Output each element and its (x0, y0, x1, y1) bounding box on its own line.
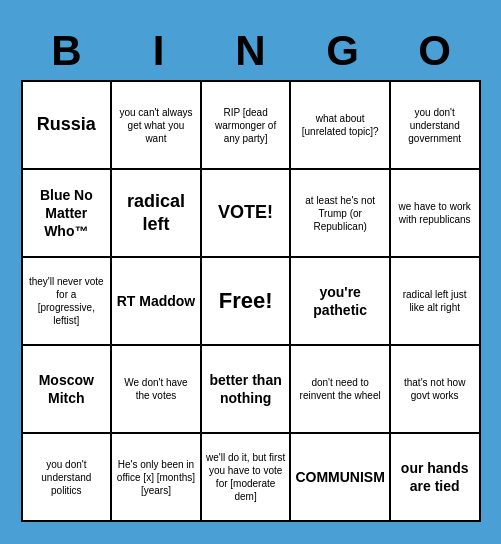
bingo-cell-23[interactable]: COMMUNISM (291, 434, 390, 522)
letter-n: N (205, 22, 297, 80)
letter-g: G (297, 22, 389, 80)
bingo-header: B I N G O (21, 22, 481, 80)
bingo-cell-4[interactable]: you don't understand government (391, 82, 481, 170)
bingo-cell-20[interactable]: you don't understand politics (23, 434, 113, 522)
bingo-cell-9[interactable]: we have to work with republicans (391, 170, 481, 258)
bingo-cell-8[interactable]: at least he's not Trump (or Republican) (291, 170, 390, 258)
letter-b: B (21, 22, 113, 80)
bingo-card: B I N G O Russiayou can't always get wha… (11, 12, 491, 532)
bingo-cell-1[interactable]: you can't always get what you want (112, 82, 202, 170)
bingo-cell-22[interactable]: we'll do it, but first you have to vote … (202, 434, 292, 522)
bingo-cell-13[interactable]: you're pathetic (291, 258, 390, 346)
bingo-cell-17[interactable]: better than nothing (202, 346, 292, 434)
bingo-cell-11[interactable]: RT Maddow (112, 258, 202, 346)
bingo-cell-12[interactable]: Free! (202, 258, 292, 346)
bingo-grid: Russiayou can't always get what you want… (21, 80, 481, 522)
bingo-cell-7[interactable]: VOTE! (202, 170, 292, 258)
bingo-cell-21[interactable]: He's only been in office [x] [months] [y… (112, 434, 202, 522)
bingo-cell-18[interactable]: don't need to reinvent the wheel (291, 346, 390, 434)
bingo-cell-6[interactable]: radical left (112, 170, 202, 258)
bingo-cell-16[interactable]: We don't have the votes (112, 346, 202, 434)
bingo-cell-3[interactable]: what about [unrelated topic]? (291, 82, 390, 170)
bingo-cell-10[interactable]: they'll never vote for a [progressive, l… (23, 258, 113, 346)
bingo-cell-24[interactable]: our hands are tied (391, 434, 481, 522)
bingo-cell-2[interactable]: RIP [dead warmonger of any party] (202, 82, 292, 170)
letter-i: I (113, 22, 205, 80)
letter-o: O (389, 22, 481, 80)
bingo-cell-5[interactable]: Blue No Matter Who™ (23, 170, 113, 258)
bingo-cell-15[interactable]: Moscow Mitch (23, 346, 113, 434)
bingo-cell-14[interactable]: radical left just like alt right (391, 258, 481, 346)
bingo-cell-0[interactable]: Russia (23, 82, 113, 170)
bingo-cell-19[interactable]: that's not how govt works (391, 346, 481, 434)
